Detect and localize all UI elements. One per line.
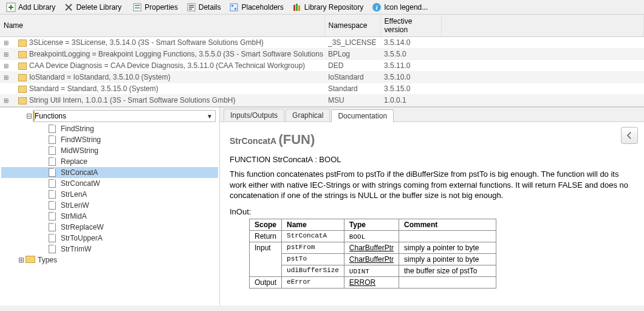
- library-row[interactable]: ⊞CAA Device Diagnosis = CAA Device Diagn…: [0, 60, 644, 72]
- param-type: UDINT: [344, 265, 399, 276]
- delete-library-button[interactable]: Delete Library: [60, 1, 125, 13]
- param-comment: the buffer size of pstTo: [399, 265, 496, 276]
- tree-item-strlena[interactable]: StrLenA: [1, 189, 218, 200]
- tree-item-label: FindString: [61, 125, 94, 133]
- param-scope: Output: [250, 276, 282, 288]
- library-namespace: MSU: [324, 95, 380, 106]
- doc-signature: FUNCTION StrConcatA : BOOL: [230, 155, 634, 164]
- param-row: udiBufferSizeUDINTthe buffer size of pst…: [250, 265, 496, 276]
- tree-item-label: StrTrimW: [61, 245, 91, 253]
- add-library-button[interactable]: Add Library: [2, 1, 59, 13]
- svg-rect-9: [296, 4, 298, 11]
- file-icon: [49, 125, 56, 133]
- param-table: Scope Name Type Comment ReturnStrConcatA…: [249, 219, 496, 289]
- library-name: CAA Device Diagnosis = CAA Device Diagno…: [29, 61, 305, 70]
- properties-label: Properties: [145, 3, 178, 12]
- library-row[interactable]: ⊞IoStandard = IoStandard, 3.5.10.0 (Syst…: [0, 72, 644, 83]
- arrow-left-icon: [624, 130, 635, 141]
- tree-item-strconcata[interactable]: StrConcatA: [1, 167, 218, 178]
- library-row[interactable]: ⊞String Util Intern, 1.0.0.1 (3S - Smart…: [0, 95, 644, 106]
- param-row: InputpstFromCharBufferPtrsimply a pointe…: [250, 242, 496, 253]
- placeholders-button[interactable]: Placeholders: [225, 1, 287, 13]
- library-row[interactable]: ⊞BreakpointLogging = Breakpoint Logging …: [0, 49, 644, 60]
- param-name: pstTo: [282, 253, 344, 265]
- icon-legend-button[interactable]: i Icon legend...: [368, 1, 431, 13]
- library-version: 3.5.15.0: [380, 83, 441, 95]
- type-link[interactable]: ERROR: [349, 278, 375, 287]
- inout-label: InOut:: [230, 207, 634, 216]
- tree-item-replace[interactable]: Replace: [1, 156, 218, 167]
- library-namespace: _3S_LICENSE: [324, 37, 380, 49]
- tab-io[interactable]: Inputs/Outputs: [224, 109, 284, 121]
- placeholders-icon: [229, 2, 239, 12]
- library-row[interactable]: ⊞3SLicense = 3SLicense, 3.5.14.0 (3S - S…: [0, 37, 644, 49]
- tree-item-label: StrReplaceW: [61, 223, 104, 231]
- library-icon: [18, 51, 27, 58]
- file-icon: [49, 179, 56, 188]
- icon-legend-label: Icon legend...: [384, 3, 428, 12]
- type-link[interactable]: CharBufferPtr: [349, 255, 394, 264]
- param-comment: [399, 276, 496, 288]
- param-row: ReturnStrConcatABOOL: [250, 230, 496, 242]
- delete-icon: [64, 2, 74, 12]
- tree-item-findwstring[interactable]: FindWString: [1, 134, 218, 145]
- tree-folder-functions[interactable]: ⊟ Functions ▼: [33, 110, 216, 122]
- placeholders-label: Placeholders: [241, 3, 283, 12]
- file-icon: [49, 212, 56, 220]
- library-row[interactable]: Standard = Standard, 3.5.15.0 (System)St…: [0, 83, 644, 95]
- tree-item-label: StrConcatA: [61, 168, 98, 177]
- tree-item-label: FindWString: [61, 135, 101, 144]
- library-name: IoStandard = IoStandard, 3.5.10.0 (Syste…: [29, 73, 170, 81]
- param-name: udiBufferSize: [282, 265, 344, 276]
- file-icon: [49, 146, 56, 155]
- tree-panel: ⊟ Functions ▼ FindStringFindWStringMidWS…: [0, 108, 220, 306]
- expand-icon[interactable]: ⊞: [18, 256, 26, 264]
- tabs: Inputs/Outputs Graphical Documentation: [220, 108, 644, 122]
- file-icon: [49, 168, 56, 177]
- library-repo-icon: [292, 2, 302, 12]
- tab-graphical[interactable]: Graphical: [286, 109, 330, 121]
- tree-item-strtouppera[interactable]: StrToUpperA: [1, 233, 218, 244]
- properties-button[interactable]: Properties: [129, 1, 182, 13]
- tree-item-strreplacew[interactable]: StrReplaceW: [1, 222, 218, 233]
- properties-icon: [132, 2, 142, 12]
- collapse-icon[interactable]: ⊟: [26, 112, 33, 120]
- tab-documentation[interactable]: Documentation: [331, 109, 394, 122]
- file-icon: [49, 157, 56, 166]
- toolbar: Add Library Delete Library Properties De…: [0, 0, 644, 15]
- col-namespace[interactable]: Namespace: [324, 15, 380, 37]
- svg-rect-3: [135, 7, 140, 9]
- type-link[interactable]: CharBufferPtr: [349, 244, 394, 252]
- doc-title: StrConcatA (FUN): [230, 132, 634, 148]
- library-name: String Util Intern, 1.0.0.1 (3S - Smart …: [29, 96, 235, 104]
- library-table: Name Namespace Effective version ⊞3SLice…: [0, 15, 644, 106]
- back-button[interactable]: [621, 127, 638, 144]
- folder-icon: [26, 256, 35, 263]
- param-scope: Input: [250, 242, 282, 276]
- tree-item-strconcatw[interactable]: StrConcatW: [1, 178, 218, 189]
- dropdown-icon[interactable]: ▼: [207, 113, 213, 120]
- param-type: CharBufferPtr: [344, 242, 399, 253]
- tree-item-strtrimw[interactable]: StrTrimW: [1, 244, 218, 255]
- library-icon: [18, 74, 27, 81]
- details-button[interactable]: Details: [183, 1, 225, 13]
- param-comment: simply a pointer to byte: [399, 253, 496, 265]
- param-scope: Return: [250, 230, 282, 242]
- tree-folder-types[interactable]: ⊞ Types: [1, 255, 218, 265]
- param-row: OutputeErrorERROR: [250, 276, 496, 288]
- param-comment: [399, 230, 496, 242]
- tree-item-strlenw[interactable]: StrLenW: [1, 200, 218, 211]
- library-repository-button[interactable]: Library Repository: [289, 1, 367, 13]
- col-name[interactable]: Name: [0, 15, 324, 37]
- tree-item-label: StrLenA: [61, 190, 87, 199]
- param-row: pstToCharBufferPtrsimply a pointer to by…: [250, 253, 496, 265]
- tree-item-label: StrLenW: [61, 201, 89, 210]
- types-label: Types: [38, 256, 57, 264]
- tree-item-findstring[interactable]: FindString: [1, 123, 218, 134]
- param-name: pstFrom: [282, 242, 344, 253]
- library-name: Standard = Standard, 3.5.15.0 (System): [29, 84, 158, 93]
- col-version[interactable]: Effective version: [380, 15, 441, 37]
- library-icon: [18, 63, 27, 70]
- tree-item-midwstring[interactable]: MidWString: [1, 145, 218, 156]
- tree-item-strmida[interactable]: StrMidA: [1, 211, 218, 222]
